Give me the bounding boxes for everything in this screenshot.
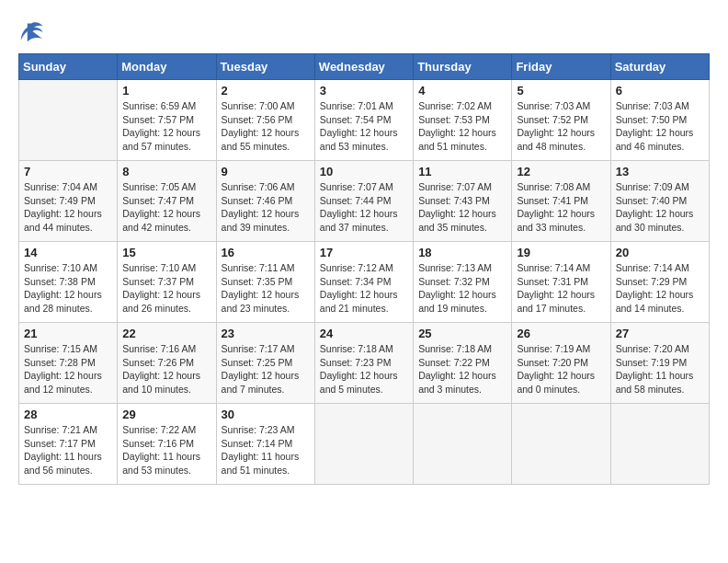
day-info: Sunrise: 7:08 AMSunset: 7:41 PMDaylight:… [517, 180, 605, 235]
calendar-week: 21Sunrise: 7:15 AMSunset: 7:28 PMDayligh… [19, 323, 710, 404]
day-number: 4 [418, 84, 506, 98]
calendar-week: 1Sunrise: 6:59 AMSunset: 7:57 PMDaylight… [19, 80, 710, 161]
calendar-cell: 6Sunrise: 7:03 AMSunset: 7:50 PMDaylight… [610, 80, 709, 161]
day-number: 26 [517, 327, 605, 340]
calendar-cell: 8Sunrise: 7:05 AMSunset: 7:47 PMDaylight… [118, 161, 216, 242]
day-number: 16 [222, 246, 310, 259]
calendar-cell: 4Sunrise: 7:02 AMSunset: 7:53 PMDaylight… [414, 80, 512, 161]
day-number: 20 [616, 246, 704, 259]
day-number: 23 [222, 327, 310, 340]
calendar-cell: 12Sunrise: 7:08 AMSunset: 7:41 PMDayligh… [512, 161, 610, 242]
day-info: Sunrise: 7:13 AMSunset: 7:32 PMDaylight:… [418, 261, 506, 316]
day-number: 11 [418, 165, 506, 178]
weekday-header: Saturday [610, 54, 709, 80]
day-number: 21 [24, 327, 112, 340]
calendar-cell: 19Sunrise: 7:14 AMSunset: 7:31 PMDayligh… [512, 242, 610, 323]
day-number: 22 [122, 327, 210, 340]
day-number: 17 [320, 246, 408, 259]
calendar-cell [512, 404, 610, 485]
day-info: Sunrise: 7:06 AMSunset: 7:46 PMDaylight:… [222, 180, 310, 235]
day-info: Sunrise: 7:18 AMSunset: 7:22 PMDaylight:… [418, 342, 506, 396]
logo-icon [18, 18, 44, 44]
day-number: 2 [222, 84, 310, 98]
day-info: Sunrise: 7:00 AMSunset: 7:56 PMDaylight:… [222, 99, 310, 154]
weekday-header: Tuesday [216, 54, 314, 80]
day-info: Sunrise: 7:12 AMSunset: 7:34 PMDaylight:… [320, 261, 408, 316]
day-number: 28 [24, 408, 112, 421]
day-number: 18 [418, 246, 506, 259]
weekday-header: Monday [118, 54, 216, 80]
calendar-cell: 10Sunrise: 7:07 AMSunset: 7:44 PMDayligh… [314, 161, 413, 242]
day-number: 10 [320, 165, 408, 178]
day-info: Sunrise: 7:14 AMSunset: 7:29 PMDaylight:… [616, 261, 704, 316]
day-info: Sunrise: 7:16 AMSunset: 7:26 PMDaylight:… [122, 342, 210, 396]
day-info: Sunrise: 7:21 AMSunset: 7:17 PMDaylight:… [24, 423, 112, 477]
calendar-cell: 3Sunrise: 7:01 AMSunset: 7:54 PMDaylight… [314, 80, 413, 161]
day-number: 27 [616, 327, 704, 340]
calendar-cell: 22Sunrise: 7:16 AMSunset: 7:26 PMDayligh… [118, 323, 216, 404]
calendar-cell: 28Sunrise: 7:21 AMSunset: 7:17 PMDayligh… [19, 404, 118, 485]
day-info: Sunrise: 7:07 AMSunset: 7:43 PMDaylight:… [418, 180, 506, 235]
calendar-cell [19, 80, 118, 161]
calendar-week: 28Sunrise: 7:21 AMSunset: 7:17 PMDayligh… [19, 404, 710, 485]
day-info: Sunrise: 7:22 AMSunset: 7:16 PMDaylight:… [122, 423, 210, 477]
day-number: 24 [320, 327, 408, 340]
weekday-header: Thursday [414, 54, 512, 80]
day-number: 14 [24, 246, 112, 259]
day-info: Sunrise: 7:05 AMSunset: 7:47 PMDaylight:… [122, 180, 210, 235]
page-header [18, 18, 710, 44]
day-info: Sunrise: 7:03 AMSunset: 7:50 PMDaylight:… [616, 99, 704, 154]
calendar-week: 14Sunrise: 7:10 AMSunset: 7:38 PMDayligh… [19, 242, 710, 323]
calendar-cell: 7Sunrise: 7:04 AMSunset: 7:49 PMDaylight… [19, 161, 118, 242]
calendar-cell: 5Sunrise: 7:03 AMSunset: 7:52 PMDaylight… [512, 80, 610, 161]
day-info: Sunrise: 7:19 AMSunset: 7:20 PMDaylight:… [517, 342, 605, 396]
day-info: Sunrise: 7:10 AMSunset: 7:38 PMDaylight:… [24, 261, 112, 316]
day-info: Sunrise: 7:09 AMSunset: 7:40 PMDaylight:… [616, 180, 704, 235]
calendar-cell: 30Sunrise: 7:23 AMSunset: 7:14 PMDayligh… [216, 404, 314, 485]
day-info: Sunrise: 7:02 AMSunset: 7:53 PMDaylight:… [418, 99, 506, 154]
day-number: 6 [616, 84, 704, 98]
calendar-cell [610, 404, 709, 485]
calendar-cell: 9Sunrise: 7:06 AMSunset: 7:46 PMDaylight… [216, 161, 314, 242]
day-number: 3 [320, 84, 408, 98]
day-number: 29 [122, 408, 210, 421]
calendar-cell: 26Sunrise: 7:19 AMSunset: 7:20 PMDayligh… [512, 323, 610, 404]
day-info: Sunrise: 7:20 AMSunset: 7:19 PMDaylight:… [616, 342, 704, 396]
day-info: Sunrise: 7:17 AMSunset: 7:25 PMDaylight:… [222, 342, 310, 396]
day-number: 30 [222, 408, 310, 421]
day-info: Sunrise: 7:11 AMSunset: 7:35 PMDaylight:… [222, 261, 310, 316]
day-info: Sunrise: 7:07 AMSunset: 7:44 PMDaylight:… [320, 180, 408, 235]
day-number: 19 [517, 246, 605, 259]
calendar-week: 7Sunrise: 7:04 AMSunset: 7:49 PMDaylight… [19, 161, 710, 242]
day-info: Sunrise: 7:18 AMSunset: 7:23 PMDaylight:… [320, 342, 408, 396]
calendar-cell: 15Sunrise: 7:10 AMSunset: 7:37 PMDayligh… [118, 242, 216, 323]
calendar-cell: 1Sunrise: 6:59 AMSunset: 7:57 PMDaylight… [118, 80, 216, 161]
day-info: Sunrise: 7:03 AMSunset: 7:52 PMDaylight:… [517, 99, 605, 154]
calendar-cell [314, 404, 413, 485]
calendar-table: SundayMondayTuesdayWednesdayThursdayFrid… [18, 53, 710, 485]
weekday-header: Wednesday [314, 54, 413, 80]
calendar-cell: 24Sunrise: 7:18 AMSunset: 7:23 PMDayligh… [314, 323, 413, 404]
logo [18, 18, 50, 44]
day-info: Sunrise: 7:01 AMSunset: 7:54 PMDaylight:… [320, 99, 408, 154]
calendar-header: SundayMondayTuesdayWednesdayThursdayFrid… [19, 54, 710, 80]
day-info: Sunrise: 7:10 AMSunset: 7:37 PMDaylight:… [122, 261, 210, 316]
calendar-cell: 23Sunrise: 7:17 AMSunset: 7:25 PMDayligh… [216, 323, 314, 404]
calendar-cell [414, 404, 512, 485]
weekday-header: Friday [512, 54, 610, 80]
day-number: 12 [517, 165, 605, 178]
calendar-cell: 2Sunrise: 7:00 AMSunset: 7:56 PMDaylight… [216, 80, 314, 161]
calendar-cell: 18Sunrise: 7:13 AMSunset: 7:32 PMDayligh… [414, 242, 512, 323]
day-info: Sunrise: 7:14 AMSunset: 7:31 PMDaylight:… [517, 261, 605, 316]
day-info: Sunrise: 6:59 AMSunset: 7:57 PMDaylight:… [122, 99, 210, 154]
day-number: 25 [418, 327, 506, 340]
calendar-cell: 20Sunrise: 7:14 AMSunset: 7:29 PMDayligh… [610, 242, 709, 323]
calendar-cell: 16Sunrise: 7:11 AMSunset: 7:35 PMDayligh… [216, 242, 314, 323]
weekday-header: Sunday [19, 54, 118, 80]
calendar-cell: 17Sunrise: 7:12 AMSunset: 7:34 PMDayligh… [314, 242, 413, 323]
day-info: Sunrise: 7:15 AMSunset: 7:28 PMDaylight:… [24, 342, 112, 396]
day-info: Sunrise: 7:23 AMSunset: 7:14 PMDaylight:… [222, 423, 310, 477]
day-number: 1 [122, 84, 210, 98]
day-number: 13 [616, 165, 704, 178]
day-info: Sunrise: 7:04 AMSunset: 7:49 PMDaylight:… [24, 180, 112, 235]
